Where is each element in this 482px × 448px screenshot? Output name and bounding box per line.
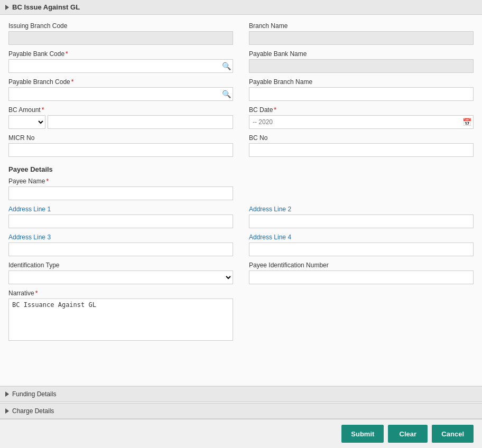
address-line4-label: Address Line 4 — [249, 234, 474, 241]
form-grid: Issuing Branch Code Branch Name Payable … — [8, 22, 474, 348]
address-line3-input[interactable] — [8, 242, 233, 256]
charge-details-triangle-icon — [5, 408, 9, 414]
payable-branch-code-label: Payable Branch Code* — [8, 78, 233, 86]
bc-date-field: BC Date* 📅 — [249, 106, 474, 129]
issuing-branch-code-label: Issuing Branch Code — [8, 22, 233, 30]
payee-name-input[interactable] — [8, 186, 233, 200]
payable-branch-code-field: Payable Branch Code* 🔍 — [8, 78, 233, 101]
submit-button[interactable]: Submit — [341, 425, 384, 443]
payable-branch-code-search-icon[interactable]: 🔍 — [222, 90, 231, 98]
payee-id-number-input[interactable] — [249, 270, 474, 284]
narrative-label: Narrative* — [8, 290, 233, 297]
bc-date-label: BC Date* — [249, 106, 474, 114]
payable-bank-code-field: Payable Bank Code* 🔍 — [8, 50, 233, 73]
payable-branch-code-wrap: 🔍 — [8, 87, 233, 101]
address-line4-input[interactable] — [249, 242, 474, 256]
bc-date-input[interactable] — [249, 115, 474, 129]
address-line4-field: Address Line 4 — [249, 234, 474, 256]
payable-bank-name-label: Payable Bank Name — [249, 50, 474, 58]
bc-amount-wrap — [8, 115, 233, 129]
address-line2-label: Address Line 2 — [249, 206, 474, 213]
bc-issue-section-header[interactable]: BC Issue Against GL — [0, 0, 482, 15]
payee-name-label: Payee Name* — [8, 178, 233, 185]
identification-type-label: Identification Type — [8, 262, 233, 269]
payee-details-header: Payee Details — [8, 165, 474, 173]
payable-bank-name-input[interactable] — [249, 59, 474, 73]
address-line1-input[interactable] — [8, 214, 233, 228]
issuing-branch-code-field: Issuing Branch Code — [8, 22, 233, 45]
bc-amount-input[interactable] — [48, 115, 233, 129]
form-section: Issuing Branch Code Branch Name Payable … — [0, 15, 482, 385]
bc-amount-label: BC Amount* — [8, 106, 233, 114]
charge-details-section[interactable]: Charge Details — [0, 403, 482, 419]
payee-id-number-field: Payee Identification Number — [249, 262, 474, 284]
identification-type-field: Identification Type Passport National ID… — [8, 262, 233, 284]
address-line3-label: Address Line 3 — [8, 234, 233, 241]
identification-type-select[interactable]: Passport National ID Driving License Oth… — [8, 270, 233, 284]
payable-bank-code-label: Payable Bank Code* — [8, 50, 233, 58]
branch-name-label: Branch Name — [249, 22, 474, 30]
funding-details-triangle-icon — [5, 391, 9, 397]
payable-branch-name-field: Payable Branch Name — [249, 78, 474, 101]
address-line1-field: Address Line 1 — [8, 206, 233, 228]
issuing-branch-code-input[interactable] — [8, 31, 233, 45]
charge-details-label: Charge Details — [12, 407, 54, 415]
identification-type-wrap: Passport National ID Driving License Oth… — [8, 270, 233, 284]
bc-no-field: BC No — [249, 134, 474, 157]
address-line3-field: Address Line 3 — [8, 234, 233, 256]
payee-name-spacer — [249, 178, 474, 206]
payable-bank-code-search-icon[interactable]: 🔍 — [222, 62, 231, 70]
expand-triangle-icon — [5, 5, 9, 10]
payee-name-field: Payee Name* — [8, 178, 233, 200]
address-line1-label: Address Line 1 — [8, 206, 233, 213]
footer: Submit Clear Cancel — [0, 419, 482, 448]
bc-no-input[interactable] — [249, 143, 474, 157]
micr-no-label: MICR No — [8, 134, 233, 142]
bc-no-label: BC No — [249, 134, 474, 142]
branch-name-input[interactable] — [249, 31, 474, 45]
payable-bank-code-wrap: 🔍 — [8, 59, 233, 73]
branch-name-field: Branch Name — [249, 22, 474, 45]
payable-branch-name-label: Payable Branch Name — [249, 78, 474, 86]
payable-bank-name-field: Payable Bank Name — [249, 50, 474, 73]
narrative-textarea[interactable]: BC Issuance Against GL — [8, 298, 233, 341]
funding-details-label: Funding Details — [12, 390, 56, 398]
micr-no-input[interactable] — [8, 143, 233, 157]
bc-date-wrap: 📅 — [249, 115, 474, 129]
payable-branch-name-input[interactable] — [249, 87, 474, 101]
funding-details-section[interactable]: Funding Details — [0, 386, 482, 402]
payable-bank-code-input[interactable] — [8, 59, 233, 73]
clear-button[interactable]: Clear — [388, 425, 428, 443]
calendar-icon[interactable]: 📅 — [462, 118, 471, 126]
section-title: BC Issue Against GL — [12, 3, 80, 11]
address-line2-field: Address Line 2 — [249, 206, 474, 228]
micr-no-field: MICR No — [8, 134, 233, 157]
cancel-button[interactable]: Cancel — [432, 425, 474, 443]
bc-amount-field: BC Amount* — [8, 106, 233, 129]
payee-id-number-label: Payee Identification Number — [249, 262, 474, 269]
payable-branch-code-input[interactable] — [8, 87, 233, 101]
narrative-field: Narrative* BC Issuance Against GL — [8, 290, 233, 342]
address-line2-input[interactable] — [249, 214, 474, 228]
main-container: BC Issue Against GL Issuing Branch Code … — [0, 0, 482, 448]
currency-select[interactable] — [8, 115, 45, 129]
